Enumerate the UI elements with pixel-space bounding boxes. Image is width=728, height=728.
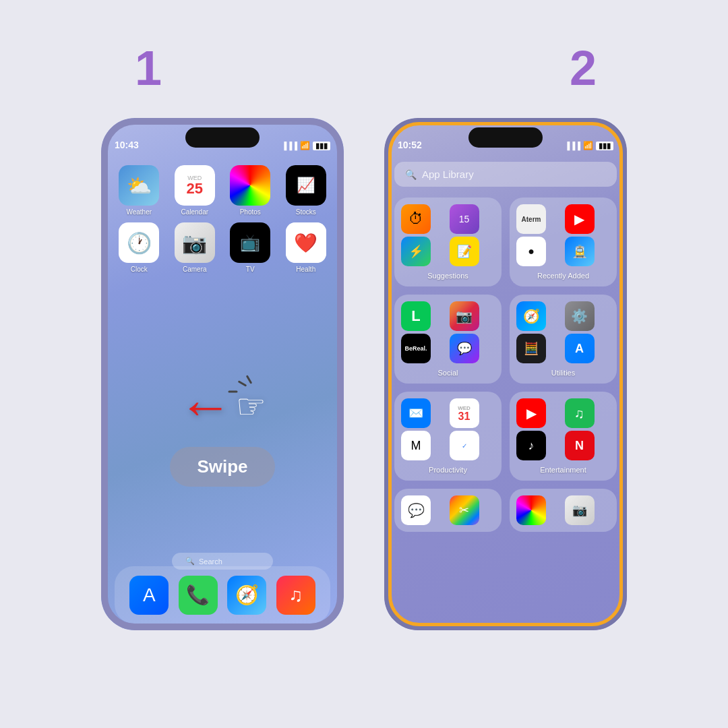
app-photos[interactable]: Photos xyxy=(226,165,275,216)
calculator-icon: 🧮 xyxy=(516,334,546,363)
spark3 xyxy=(229,391,238,393)
folder-row3: ✉️ WED31 M ✓ Productivity ▶ ♫ ♪ N En xyxy=(394,392,617,481)
app-calendar[interactable]: WED 25 Calendar xyxy=(171,165,220,216)
phone1-status-icons: ▐▐▐ 📶 ▮▮▮ xyxy=(282,141,330,150)
phone-icon: 📞 xyxy=(186,584,210,606)
bereal-icon: BeReal. xyxy=(401,334,431,363)
phone1: 10:43 ▐▐▐ 📶 ▮▮▮ ⛅ Weather xyxy=(101,118,344,630)
gmail-icon: M xyxy=(401,431,431,460)
productivity-label: Productivity xyxy=(401,466,495,474)
app-camera[interactable]: 📷 Camera xyxy=(171,222,220,273)
photos-icon xyxy=(230,165,270,206)
signal-icon: ▐▐▐ xyxy=(282,142,297,150)
folder-entertainment[interactable]: ▶ ♫ ♪ N Entertainment xyxy=(510,392,617,481)
cursor-group: ☞ xyxy=(236,387,266,426)
phone1-time: 10:43 xyxy=(115,140,139,150)
phone2-screen: 🔍 App Library ⏱ 15 ⚡ 📝 Suggestions xyxy=(384,155,627,630)
folder-suggestions[interactable]: ⏱ 15 ⚡ 📝 Suggestions xyxy=(394,198,502,286)
stocks-label: Stocks xyxy=(296,208,316,216)
slack-icon: 💬 xyxy=(401,495,431,525)
folder-productivity[interactable]: ✉️ WED31 M ✓ Productivity xyxy=(394,392,502,481)
folder-recently-added[interactable]: Aterm ▶ ● 🚊 Recently Added xyxy=(510,198,617,286)
app-library-label: App Library xyxy=(422,169,474,180)
settings-icon: ⚙️ xyxy=(565,301,595,331)
folder-row4: 💬 ✂ 📷 xyxy=(394,489,617,532)
photos-label: Photos xyxy=(240,208,261,216)
apps15-icon: 15 xyxy=(450,204,479,234)
transit-icon: 🚊 xyxy=(565,237,595,266)
hand-cursor-icon: ☞ xyxy=(236,387,266,426)
social-label: Social xyxy=(401,369,495,377)
entertainment-icons: ▶ ♫ ♪ N xyxy=(516,398,610,460)
shortcuts-icon: ⚡ xyxy=(401,237,431,266)
folder-utilities[interactable]: 🧭 ⚙️ 🧮 A Utilities xyxy=(510,295,617,384)
main-container: 1 2 10:43 ▐▐▐ 📶 ▮▮▮ ⛅ xyxy=(0,0,728,728)
misc1-icons: 💬 ✂ xyxy=(401,495,495,525)
netflix-icon: N xyxy=(565,431,595,460)
messenger-icon: 💬 xyxy=(450,334,479,363)
productivity-icons: ✉️ WED31 M ✓ xyxy=(401,398,495,460)
health-icon: ❤️ xyxy=(286,222,326,263)
calendar-label: Calendar xyxy=(181,208,208,216)
tasks-icon: ✓ xyxy=(450,431,479,460)
battery-icon: ▮▮▮ xyxy=(313,142,330,150)
clock-label: Clock xyxy=(131,266,148,273)
health-label: Health xyxy=(296,266,315,273)
phone2-status-bar: 10:52 ▐▐▐ 📶 ▮▮▮ xyxy=(384,118,627,153)
safari2-icon: 🧭 xyxy=(516,301,546,331)
folder-misc1[interactable]: 💬 ✂ xyxy=(394,489,502,532)
swipe-button: Swipe xyxy=(170,447,274,487)
notes-icon: 📝 xyxy=(450,237,479,266)
youtube-red-icon: ▶ xyxy=(565,204,595,234)
app-clock[interactable]: 🕐 Clock xyxy=(115,222,164,273)
phone2-status-icons: ▐▐▐ 📶 ▮▮▮ xyxy=(565,141,613,150)
app-library-search[interactable]: 🔍 App Library xyxy=(394,162,617,187)
cal-num: 25 xyxy=(187,181,203,196)
spark1 xyxy=(246,375,253,384)
stocks-icon: 📈 xyxy=(286,165,326,206)
phone2: 10:52 ▐▐▐ 📶 ▮▮▮ 🔍 App Library ⏱ 15 xyxy=(384,118,627,630)
swipe-area: ← ☞ Swipe xyxy=(101,303,344,563)
app-tv[interactable]: 📺 TV xyxy=(226,222,275,273)
camera-icon: 📷 xyxy=(175,222,215,263)
folder-social[interactable]: L 📷 BeReal. 💬 Social xyxy=(394,295,502,384)
folder-row2: L 📷 BeReal. 💬 Social 🧭 ⚙️ 🧮 A xyxy=(394,295,617,384)
phone1-screen: ⛅ Weather WED 25 Calendar xyxy=(101,155,344,630)
entertainment-label: Entertainment xyxy=(516,466,610,474)
recently-added-label: Recently Added xyxy=(516,272,610,280)
search-glass-icon: 🔍 xyxy=(405,169,417,180)
misc2-icons: 📷 xyxy=(516,495,610,525)
mail-icon: ✉️ xyxy=(401,398,431,428)
app-weather[interactable]: ⛅ Weather xyxy=(115,165,164,216)
step2-number: 2 xyxy=(570,40,597,96)
battery-icon2: ▮▮▮ xyxy=(596,142,613,150)
swipe-instruction: ← ☞ xyxy=(179,380,266,433)
utilities-label: Utilities xyxy=(516,369,610,377)
line-icon: L xyxy=(401,301,431,331)
dock-phone[interactable]: 📞 xyxy=(179,576,218,615)
wifi-icon2: 📶 xyxy=(583,141,593,150)
safari-icon: 🧭 xyxy=(235,584,259,606)
dock-appstore[interactable]: A xyxy=(129,576,169,615)
camera3-icon: 📷 xyxy=(565,495,595,525)
folder-misc2[interactable]: 📷 xyxy=(510,489,617,532)
cutout-icon: ✂ xyxy=(450,495,479,525)
utilities-icons: 🧭 ⚙️ 🧮 A xyxy=(516,301,610,363)
tiktok-icon: ♪ xyxy=(516,431,546,460)
recently-added-icons: Aterm ▶ ● 🚊 xyxy=(516,204,610,266)
dock-safari[interactable]: 🧭 xyxy=(227,576,266,615)
aterm-icon: Aterm xyxy=(516,204,546,234)
photos3-icon xyxy=(516,495,546,525)
left-arrow-icon: ← xyxy=(179,380,233,433)
phone2-time: 10:52 xyxy=(398,140,422,150)
app-stocks[interactable]: 📈 Stocks xyxy=(282,165,331,216)
app-health[interactable]: ❤️ Health xyxy=(282,222,331,273)
dock-music[interactable]: ♫ xyxy=(276,576,315,615)
signal-icon2: ▐▐▐ xyxy=(565,142,580,150)
tv-icon: 📺 xyxy=(230,222,270,263)
social-icons: L 📷 BeReal. 💬 xyxy=(401,301,495,363)
step1-number: 1 xyxy=(135,40,162,96)
swipe-arrow-group: ← ☞ xyxy=(179,380,266,433)
youtube-icon: ▶ xyxy=(516,398,546,428)
clock-icon: 🕐 xyxy=(119,222,159,263)
